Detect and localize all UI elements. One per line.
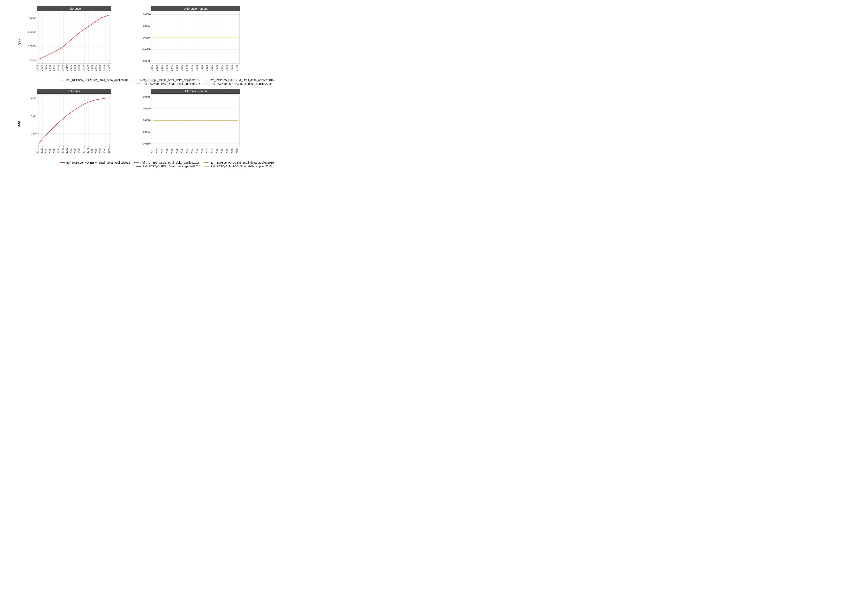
chart-panel-reference: 1000020000300004000020152020202520302035… bbox=[25, 11, 112, 77]
svg-text:2040: 2040 bbox=[175, 65, 179, 71]
legend-swatch bbox=[137, 166, 142, 167]
legend: Ref_RCP8p5_NORESM_5trail_delta_applied20… bbox=[12, 77, 300, 89]
svg-text:2060: 2060 bbox=[195, 65, 198, 71]
svg-text:2095: 2095 bbox=[230, 65, 233, 71]
svg-text:0.000: 0.000 bbox=[143, 119, 150, 122]
panel-title: Difference Percent bbox=[151, 89, 240, 94]
legend-label: Ref_RCP8p5_GFDL_5trail_delta_applied2015 bbox=[140, 161, 200, 164]
svg-text:10000: 10000 bbox=[28, 59, 36, 62]
svg-text:2095: 2095 bbox=[230, 148, 233, 154]
svg-text:2090: 2090 bbox=[99, 148, 102, 154]
legend-item: Ref_RCP8p5_IPSL_5trail_delta_applied2015 bbox=[137, 165, 200, 168]
svg-text:2075: 2075 bbox=[86, 65, 89, 71]
svg-text:2050: 2050 bbox=[186, 148, 189, 154]
svg-text:2090: 2090 bbox=[225, 148, 228, 154]
svg-text:-0.050: -0.050 bbox=[142, 142, 150, 145]
svg-text:2075: 2075 bbox=[210, 148, 214, 154]
legend-label: Ref_RCP8p5_MIROC_5trail_delta_applied201… bbox=[211, 165, 272, 168]
legend-swatch bbox=[204, 80, 209, 80]
svg-text:2085: 2085 bbox=[220, 65, 224, 71]
svg-text:2045: 2045 bbox=[61, 148, 64, 154]
svg-text:2030: 2030 bbox=[49, 148, 52, 154]
legend-item: Ref_RCP8p5_GFDL_5trail_delta_applied2015 bbox=[134, 79, 200, 82]
svg-text:2070: 2070 bbox=[205, 65, 209, 71]
svg-text:20000: 20000 bbox=[28, 45, 36, 48]
svg-text:2030: 2030 bbox=[165, 148, 169, 154]
panel-title: Reference bbox=[37, 89, 111, 94]
svg-text:2035: 2035 bbox=[53, 148, 56, 154]
svg-text:2045: 2045 bbox=[180, 148, 183, 154]
legend-label: Ref_RCP8p5_HADGEM_5trail_delta_applied20… bbox=[210, 79, 274, 82]
svg-text:0.050: 0.050 bbox=[143, 13, 150, 16]
svg-text:2025: 2025 bbox=[161, 148, 164, 154]
svg-text:2080: 2080 bbox=[90, 148, 93, 154]
svg-text:2070: 2070 bbox=[82, 148, 85, 154]
svg-text:2080: 2080 bbox=[215, 65, 219, 71]
svg-text:2085: 2085 bbox=[94, 148, 98, 154]
svg-text:400: 400 bbox=[31, 114, 36, 117]
svg-text:2020: 2020 bbox=[40, 148, 43, 154]
svg-text:0.050: 0.050 bbox=[143, 95, 150, 98]
svg-text:2055: 2055 bbox=[191, 148, 194, 154]
svg-text:2060: 2060 bbox=[74, 148, 77, 154]
legend-label: Ref_RCP8p5_IPSL_5trail_delta_applied2015 bbox=[143, 165, 200, 168]
svg-text:2080: 2080 bbox=[90, 65, 93, 71]
charts-page: gdpReference1000020000300004000020152020… bbox=[0, 0, 300, 212]
svg-text:2025: 2025 bbox=[44, 65, 47, 71]
svg-text:0.000: 0.000 bbox=[143, 36, 150, 39]
svg-text:2055: 2055 bbox=[69, 65, 72, 71]
legend-item: Ref_RCP8p5_NORESM_5trail_delta_applied20… bbox=[38, 161, 130, 164]
y-axis-label: gdp bbox=[16, 38, 20, 44]
legend-item: Ref_RCP8p5_IPSL_5trail_delta_applied2015 bbox=[137, 82, 200, 85]
legend-item: Ref_RCP8p5_NORESM_5trail_delta_applied20… bbox=[38, 79, 130, 82]
chart-panel-difference: -0.050-0.0250.0000.0250.0502015202020252… bbox=[137, 11, 241, 77]
svg-text:2035: 2035 bbox=[170, 148, 174, 154]
svg-text:2015: 2015 bbox=[36, 148, 39, 154]
legend-swatch bbox=[134, 162, 139, 163]
svg-text:2090: 2090 bbox=[225, 65, 228, 71]
svg-text:-0.025: -0.025 bbox=[142, 48, 150, 51]
svg-rect-139 bbox=[37, 95, 111, 146]
svg-text:2065: 2065 bbox=[200, 65, 203, 71]
chart-panel-difference: -0.050-0.0250.0000.0250.0502015202020252… bbox=[137, 94, 241, 159]
svg-rect-0 bbox=[37, 12, 111, 63]
svg-text:2055: 2055 bbox=[69, 148, 72, 154]
panel-title: Reference bbox=[37, 6, 111, 11]
svg-text:30000: 30000 bbox=[28, 30, 36, 33]
svg-text:2095: 2095 bbox=[103, 148, 106, 154]
svg-text:0.025: 0.025 bbox=[143, 107, 150, 110]
svg-text:2085: 2085 bbox=[94, 65, 98, 71]
svg-text:2090: 2090 bbox=[99, 65, 102, 71]
svg-text:2045: 2045 bbox=[180, 65, 183, 71]
legend-label: Ref_RCP8p5_NORESM_5trail_delta_applied20… bbox=[66, 79, 130, 82]
svg-text:2035: 2035 bbox=[53, 65, 56, 71]
svg-text:2020: 2020 bbox=[40, 65, 43, 71]
legend-swatch bbox=[205, 83, 209, 84]
legend-item: Ref_RCP8p5_HADGEM_5trail_delta_applied20… bbox=[204, 79, 274, 82]
legend-swatch bbox=[134, 80, 139, 80]
legend-item: Ref_RCP8p5_HADGEM_5trail_delta_applied20… bbox=[204, 161, 274, 164]
y-axis-label: pop bbox=[16, 121, 20, 127]
svg-text:2050: 2050 bbox=[186, 65, 189, 71]
svg-text:2015: 2015 bbox=[36, 65, 39, 71]
legend-swatch bbox=[204, 162, 209, 163]
legend-swatch bbox=[137, 83, 142, 84]
svg-text:2080: 2080 bbox=[215, 148, 219, 154]
svg-text:2035: 2035 bbox=[170, 65, 174, 71]
legend-swatch bbox=[60, 80, 65, 80]
svg-text:350: 350 bbox=[31, 132, 36, 135]
svg-text:2075: 2075 bbox=[86, 148, 89, 154]
legend-item: Ref_RCP8p5_MIROC_5trail_delta_applied201… bbox=[205, 165, 272, 168]
legend-label: Ref_RCP8p5_IPSL_5trail_delta_applied2015 bbox=[143, 82, 200, 85]
svg-text:2045: 2045 bbox=[61, 65, 64, 71]
svg-text:2100: 2100 bbox=[235, 148, 239, 154]
svg-text:2025: 2025 bbox=[44, 148, 47, 154]
legend-label: Ref_RCP8p5_HADGEM_5trail_delta_applied20… bbox=[210, 161, 274, 164]
svg-text:2075: 2075 bbox=[210, 65, 214, 71]
svg-text:2015: 2015 bbox=[150, 65, 153, 71]
legend-item: Ref_RCP8p5_GFDL_5trail_delta_applied2015 bbox=[134, 161, 200, 164]
svg-text:2070: 2070 bbox=[205, 148, 209, 154]
legend-label: Ref_RCP8p5_MIROC_5trail_delta_applied201… bbox=[211, 82, 272, 85]
chart-panel-reference: 3504004502015202020252030203520402045205… bbox=[25, 94, 112, 159]
svg-text:2040: 2040 bbox=[57, 148, 60, 154]
